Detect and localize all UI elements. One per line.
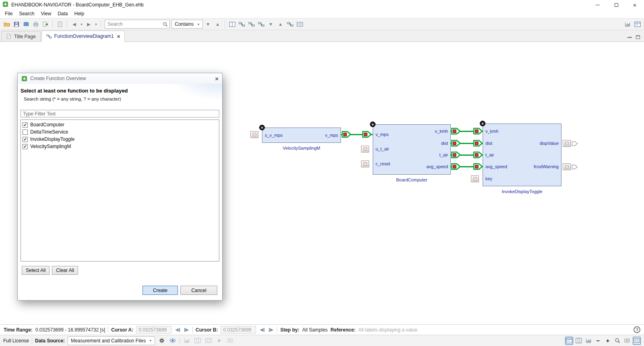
minimize-view-icon[interactable]	[627, 37, 632, 38]
find-previous-icon[interactable]: ▲	[213, 19, 222, 29]
input-port-marker[interactable]	[473, 128, 483, 135]
xy-plot-icon[interactable]	[194, 337, 202, 345]
expand-block-button[interactable]: +	[259, 125, 265, 130]
export-icon[interactable]	[41, 19, 50, 29]
nav-back-button[interactable]: ◀	[70, 19, 79, 29]
unconnected-output-port[interactable]	[563, 163, 571, 170]
filter-input[interactable]	[21, 110, 219, 117]
inspect-eye-icon[interactable]	[169, 337, 177, 345]
search-input[interactable]	[107, 21, 163, 27]
zoom-out-button[interactable]: −	[594, 337, 602, 345]
input-port-marker[interactable]	[473, 151, 483, 159]
menu-view[interactable]: View	[37, 10, 54, 18]
tab-function-overview-diagram[interactable]: FunctionOverviewDiagram1 ×	[41, 31, 125, 42]
unconnected-input-port[interactable]	[361, 146, 369, 152]
output-port-marker[interactable]	[451, 163, 461, 170]
expand-block-button[interactable]: +	[370, 122, 376, 127]
nav-back-caret-icon[interactable]: ▼	[79, 19, 84, 29]
remove-from-overview-icon[interactable]	[285, 19, 295, 29]
function-list[interactable]: ✓ BoardComputer ✓ DeltaTimeService ✓ Inv…	[21, 119, 219, 262]
menu-search[interactable]: Search	[16, 10, 37, 18]
tab-close-icon[interactable]: ×	[117, 34, 120, 39]
function-checkbox[interactable]: ✓	[23, 137, 28, 142]
cursor-b-input[interactable]	[221, 326, 256, 334]
fit-to-view-icon[interactable]	[623, 337, 631, 345]
report-document-icon[interactable]	[55, 19, 64, 29]
screenshot-icon[interactable]	[226, 337, 234, 345]
function-list-item[interactable]: ✓ BoardComputer	[21, 121, 219, 128]
open-handbook-icon[interactable]	[21, 19, 31, 29]
function-block-invokedisplaytoggle[interactable]: v_kmh dist t_air avg_speed key dispValue…	[483, 124, 561, 186]
move-up-icon[interactable]: ▲	[276, 19, 285, 29]
show-targets-icon[interactable]	[247, 19, 256, 29]
play-button[interactable]	[215, 337, 223, 345]
split-editor-icon[interactable]	[227, 19, 237, 29]
maximize-view-icon[interactable]	[636, 35, 640, 39]
menu-file[interactable]: File	[2, 10, 16, 18]
show-sources-icon[interactable]	[237, 19, 246, 29]
find-next-icon[interactable]: ▼	[203, 19, 213, 29]
dialog-close-icon[interactable]: ×	[215, 76, 219, 82]
zoom-level-icon[interactable]	[613, 337, 621, 345]
grid-view-icon[interactable]	[633, 337, 641, 345]
perspective-layout-icon[interactable]	[633, 19, 642, 29]
output-port-marker[interactable]	[342, 131, 351, 138]
function-list-item[interactable]: ✓ InvokeDisplayToggle	[21, 136, 219, 143]
reference-label: Reference:	[330, 327, 355, 333]
unconnected-input-port[interactable]	[361, 161, 369, 167]
unconnected-output-port[interactable]	[563, 140, 571, 147]
window-close-button[interactable]: ×	[625, 0, 644, 10]
clear-all-button[interactable]: Clear All	[52, 266, 78, 275]
move-down-icon[interactable]: ▼	[266, 19, 275, 29]
input-port-marker[interactable]	[473, 140, 483, 147]
cursor-a-step-forward-button[interactable]: ▶	[184, 327, 190, 332]
select-all-button[interactable]: Select All	[22, 266, 50, 275]
function-checkbox[interactable]: ✓	[23, 130, 28, 135]
open-file-icon[interactable]	[2, 19, 11, 29]
output-port-marker[interactable]	[451, 128, 461, 135]
cursor-b-step-forward-button[interactable]: ▶	[268, 327, 274, 332]
unconnected-input-port[interactable]	[250, 131, 258, 138]
expand-block-button[interactable]: +	[480, 121, 485, 126]
settings-gear-icon[interactable]	[158, 337, 166, 345]
cursor-b-step-back-button[interactable]: ◀	[259, 327, 265, 332]
function-list-item[interactable]: ✓ VelocitySamplingM	[21, 143, 219, 150]
create-button[interactable]: Create	[142, 286, 178, 295]
print-icon[interactable]	[31, 19, 40, 29]
cursor-a-input[interactable]	[136, 326, 171, 334]
unconnected-input-port[interactable]	[471, 175, 479, 182]
output-port-marker[interactable]	[451, 140, 461, 147]
cursor-a-step-back-button[interactable]: ◀	[174, 327, 180, 332]
add-to-overview-icon[interactable]	[256, 19, 266, 29]
function-list-item[interactable]: ✓ DeltaTimeService	[21, 128, 219, 136]
contains-dropdown[interactable]: Contains ▼	[171, 20, 203, 29]
function-block-boardcomputer[interactable]: v_mps u_t_air c_reset v_kmh dist t_air a…	[373, 124, 451, 175]
signal-table-icon[interactable]	[295, 19, 304, 29]
nav-forward-button[interactable]: ▶	[84, 19, 93, 29]
help-button[interactable]: ?	[634, 326, 640, 333]
input-port-marker[interactable]	[362, 131, 372, 138]
output-port-marker[interactable]	[451, 151, 461, 159]
trend-chart-icon[interactable]	[584, 337, 592, 345]
oscilloscope-icon[interactable]	[183, 337, 191, 345]
menu-data[interactable]: Data	[54, 10, 71, 18]
menu-help[interactable]: Help	[71, 10, 88, 18]
cancel-button[interactable]: Cancel	[180, 286, 217, 295]
column-layout-icon[interactable]	[575, 337, 583, 345]
window-minimize-button[interactable]	[588, 0, 607, 10]
input-port-marker[interactable]	[473, 163, 483, 170]
window-maximize-button[interactable]	[607, 0, 625, 10]
function-block-velocitysamplingm[interactable]: s_v_mps v_mps	[262, 128, 341, 143]
function-checkbox[interactable]: ✓	[23, 144, 28, 149]
output-view-icon[interactable]	[565, 337, 573, 345]
dialog-titlebar[interactable]: Create Function Overview ×	[18, 73, 222, 84]
data-source-dropdown[interactable]: Measurement and Calibration Files ▼	[68, 336, 155, 345]
tab-title-page[interactable]: Title Page	[1, 31, 41, 41]
diagram-canvas[interactable]: s_v_mps v_mps + VelocitySamplingM v_mps …	[0, 42, 644, 324]
zoom-in-button[interactable]: +	[604, 337, 612, 345]
value-table-icon[interactable]	[204, 337, 213, 345]
nav-forward-caret-icon[interactable]: ▼	[94, 19, 98, 29]
function-checkbox[interactable]: ✓	[23, 122, 28, 128]
save-icon[interactable]	[12, 19, 21, 29]
measure-view-icon[interactable]	[623, 19, 632, 29]
